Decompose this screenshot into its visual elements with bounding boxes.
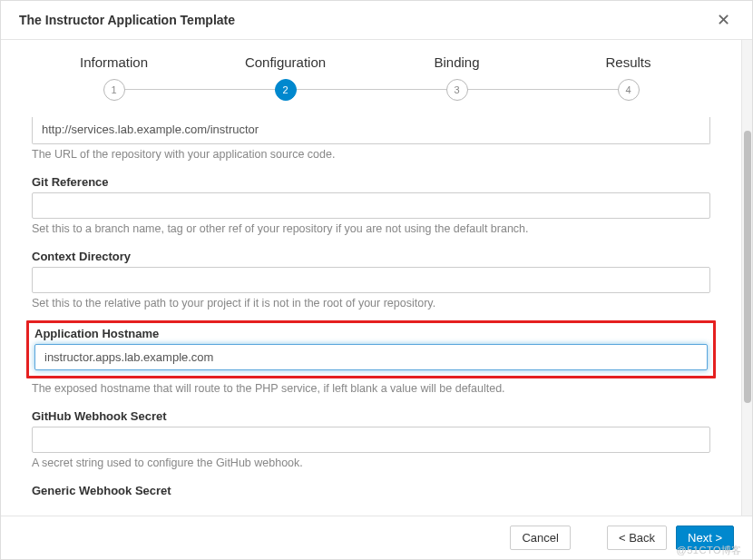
modal-dialog: The Instructor Application Template ✕ In…: [0, 0, 753, 560]
application-hostname-input[interactable]: [34, 344, 708, 370]
step-connector: [114, 89, 286, 90]
git-reference-input[interactable]: [32, 192, 710, 219]
wizard-step-binding[interactable]: Binding 3: [371, 54, 543, 101]
wizard-step-information[interactable]: Information 1: [28, 54, 200, 101]
step-connector: [457, 89, 629, 90]
step-label: Configuration: [200, 54, 371, 70]
field-generic-webhook-secret: Generic Webhook Secret: [32, 484, 710, 497]
scrollbar[interactable]: [741, 40, 752, 516]
close-button[interactable]: ✕: [713, 12, 734, 28]
modal-body: Information 1 Configuration 2 Binding 3 …: [1, 40, 741, 516]
help-text: The URL of the repository with your appl…: [32, 148, 710, 161]
help-text: The exposed hostname that will route to …: [32, 382, 710, 395]
help-text: A secret string used to configure the Gi…: [32, 457, 710, 469]
step-number-icon: 2: [275, 79, 297, 101]
scroll-thumb[interactable]: [744, 131, 751, 403]
field-label: Application Hostname: [34, 327, 708, 340]
step-label: Results: [543, 54, 714, 70]
field-application-hostname: Application Hostname The exposed hostnam…: [32, 320, 710, 395]
help-text: Set this to a branch name, tag or other …: [32, 222, 710, 235]
help-text: Set this to the relative path to your pr…: [32, 297, 710, 309]
modal-footer: Cancel < Back Next >: [1, 516, 752, 559]
step-number-icon: 4: [618, 79, 640, 101]
step-number-icon: 3: [446, 79, 468, 101]
field-github-webhook-secret: GitHub Webhook Secret A secret string us…: [32, 409, 710, 469]
close-icon: ✕: [717, 11, 730, 29]
form-area: http://services.lab.example.com/instruct…: [1, 117, 741, 516]
field-label: Generic Webhook Secret: [32, 484, 710, 497]
step-label: Binding: [371, 54, 543, 70]
step-number-icon: 1: [103, 79, 125, 101]
modal-body-wrap: Information 1 Configuration 2 Binding 3 …: [1, 40, 752, 516]
repo-url-input[interactable]: http://services.lab.example.com/instruct…: [32, 117, 710, 144]
wizard-step-results[interactable]: Results 4: [543, 54, 714, 101]
highlight-annotation: Application Hostname: [26, 320, 716, 378]
modal-header: The Instructor Application Template ✕: [1, 1, 752, 40]
wizard-step-configuration[interactable]: Configuration 2: [200, 54, 371, 101]
field-label: Git Reference: [32, 175, 710, 189]
cancel-button[interactable]: Cancel: [510, 526, 570, 550]
back-button[interactable]: < Back: [607, 526, 667, 550]
field-repo-url: http://services.lab.example.com/instruct…: [32, 117, 710, 161]
field-git-reference: Git Reference Set this to a branch name,…: [32, 175, 710, 235]
step-connector: [286, 89, 457, 90]
field-context-directory: Context Directory Set this to the relati…: [32, 250, 710, 309]
step-label: Information: [28, 54, 200, 70]
field-label: GitHub Webhook Secret: [32, 409, 710, 423]
wizard-steps: Information 1 Configuration 2 Binding 3 …: [1, 40, 741, 119]
context-directory-input[interactable]: [32, 267, 710, 293]
modal-title: The Instructor Application Template: [19, 13, 235, 27]
github-webhook-secret-input[interactable]: [32, 427, 710, 453]
watermark-text: @51CTO博客: [677, 544, 742, 557]
field-label: Context Directory: [32, 250, 710, 263]
